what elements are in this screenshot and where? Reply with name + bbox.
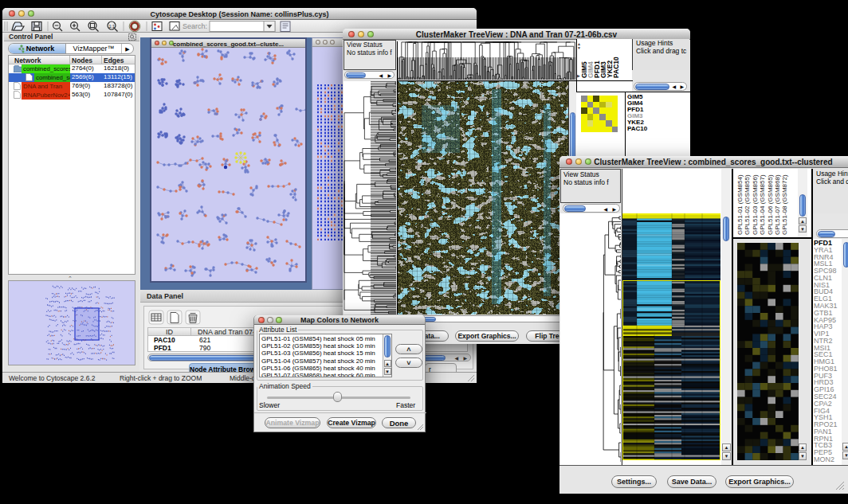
svg-text:Search:: Search: [183,22,207,30]
svg-text:1:1: 1:1 [109,24,116,29]
